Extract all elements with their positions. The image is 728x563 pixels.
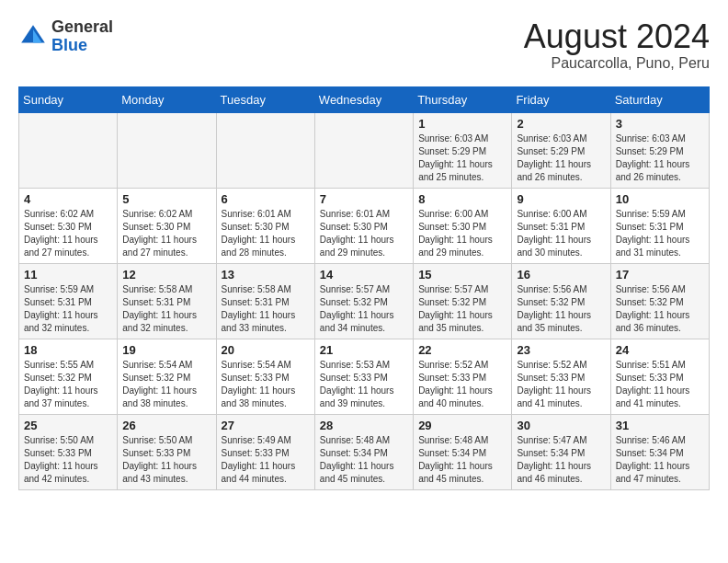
weekday-header: Tuesday: [216, 86, 314, 112]
calendar-body: 1Sunrise: 6:03 AMSunset: 5:29 PMDaylight…: [19, 112, 710, 489]
weekday-header: Friday: [512, 86, 610, 112]
day-info: Sunrise: 5:57 AMSunset: 5:32 PMDaylight:…: [418, 283, 506, 335]
day-number: 7: [320, 192, 408, 206]
day-info: Sunrise: 6:03 AMSunset: 5:29 PMDaylight:…: [616, 132, 704, 184]
day-info: Sunrise: 5:50 AMSunset: 5:33 PMDaylight:…: [24, 434, 112, 486]
calendar-cell: 30Sunrise: 5:47 AMSunset: 5:34 PMDayligh…: [512, 414, 610, 489]
calendar-cell: 23Sunrise: 5:52 AMSunset: 5:33 PMDayligh…: [512, 339, 610, 414]
day-info: Sunrise: 5:58 AMSunset: 5:31 PMDaylight:…: [222, 283, 310, 335]
day-number: 24: [616, 343, 704, 357]
weekday-header: Sunday: [19, 86, 118, 112]
day-info: Sunrise: 6:03 AMSunset: 5:29 PMDaylight:…: [418, 132, 506, 184]
calendar-week-row: 4Sunrise: 6:02 AMSunset: 5:30 PMDaylight…: [19, 188, 710, 263]
day-info: Sunrise: 5:56 AMSunset: 5:32 PMDaylight:…: [517, 283, 605, 335]
day-info: Sunrise: 5:59 AMSunset: 5:31 PMDaylight:…: [616, 208, 704, 259]
day-number: 6: [222, 192, 310, 206]
day-info: Sunrise: 5:56 AMSunset: 5:32 PMDaylight:…: [616, 283, 704, 335]
calendar-cell: 18Sunrise: 5:55 AMSunset: 5:32 PMDayligh…: [19, 339, 118, 414]
day-info: Sunrise: 5:50 AMSunset: 5:33 PMDaylight:…: [122, 434, 210, 486]
day-info: Sunrise: 5:49 AMSunset: 5:33 PMDaylight:…: [222, 434, 310, 486]
day-number: 29: [418, 419, 506, 432]
calendar-cell: [216, 112, 314, 188]
day-info: Sunrise: 6:00 AMSunset: 5:30 PMDaylight:…: [418, 208, 506, 259]
day-info: Sunrise: 5:52 AMSunset: 5:33 PMDaylight:…: [418, 359, 506, 410]
day-info: Sunrise: 5:59 AMSunset: 5:31 PMDaylight:…: [24, 283, 112, 335]
day-number: 22: [418, 343, 506, 357]
calendar-cell: 4Sunrise: 6:02 AMSunset: 5:30 PMDaylight…: [19, 188, 118, 263]
day-number: 30: [517, 419, 605, 432]
title-section: August 2024 Paucarcolla, Puno, Peru: [524, 18, 710, 72]
calendar-week-row: 11Sunrise: 5:59 AMSunset: 5:31 PMDayligh…: [19, 263, 710, 339]
calendar-week-row: 25Sunrise: 5:50 AMSunset: 5:33 PMDayligh…: [19, 414, 710, 489]
day-info: Sunrise: 5:47 AMSunset: 5:34 PMDaylight:…: [517, 434, 605, 486]
day-info: Sunrise: 5:54 AMSunset: 5:33 PMDaylight:…: [222, 359, 310, 410]
logo: General Blue: [18, 18, 113, 55]
svg-marker-1: [33, 29, 42, 42]
weekday-header: Saturday: [610, 86, 709, 112]
calendar-cell: 24Sunrise: 5:51 AMSunset: 5:33 PMDayligh…: [610, 339, 709, 414]
day-number: 21: [320, 343, 408, 357]
day-number: 5: [122, 192, 210, 206]
day-number: 23: [517, 343, 605, 357]
day-number: 16: [517, 268, 605, 282]
page-header: General Blue August 2024 Paucarcolla, Pu…: [18, 18, 710, 72]
day-number: 18: [24, 343, 112, 357]
day-number: 28: [320, 419, 408, 432]
day-info: Sunrise: 6:03 AMSunset: 5:29 PMDaylight:…: [517, 132, 605, 184]
calendar-cell: 9Sunrise: 6:00 AMSunset: 5:31 PMDaylight…: [512, 188, 610, 263]
calendar-cell: 29Sunrise: 5:48 AMSunset: 5:34 PMDayligh…: [414, 414, 512, 489]
day-info: Sunrise: 5:52 AMSunset: 5:33 PMDaylight:…: [517, 359, 605, 410]
calendar-cell: 15Sunrise: 5:57 AMSunset: 5:32 PMDayligh…: [414, 263, 512, 339]
day-number: 13: [222, 268, 310, 282]
day-number: 4: [24, 192, 112, 206]
month-year-title: August 2024: [524, 18, 710, 55]
calendar-cell: 31Sunrise: 5:46 AMSunset: 5:34 PMDayligh…: [610, 414, 709, 489]
calendar-cell: 17Sunrise: 5:56 AMSunset: 5:32 PMDayligh…: [610, 263, 709, 339]
day-info: Sunrise: 6:01 AMSunset: 5:30 PMDaylight:…: [222, 208, 310, 259]
day-info: Sunrise: 5:51 AMSunset: 5:33 PMDaylight:…: [616, 359, 704, 410]
calendar-cell: 6Sunrise: 6:01 AMSunset: 5:30 PMDaylight…: [216, 188, 314, 263]
calendar-cell: 19Sunrise: 5:54 AMSunset: 5:32 PMDayligh…: [118, 339, 216, 414]
calendar-cell: 13Sunrise: 5:58 AMSunset: 5:31 PMDayligh…: [216, 263, 314, 339]
day-info: Sunrise: 5:53 AMSunset: 5:33 PMDaylight:…: [320, 359, 408, 410]
calendar-cell: 16Sunrise: 5:56 AMSunset: 5:32 PMDayligh…: [512, 263, 610, 339]
day-number: 9: [517, 192, 605, 206]
day-info: Sunrise: 6:00 AMSunset: 5:31 PMDaylight:…: [517, 208, 605, 259]
calendar-header: SundayMondayTuesdayWednesdayThursdayFrid…: [19, 86, 710, 112]
weekday-header: Wednesday: [314, 86, 413, 112]
logo-general: General: [51, 17, 113, 36]
day-number: 8: [418, 192, 506, 206]
calendar-cell: [19, 112, 118, 188]
day-number: 11: [24, 268, 112, 282]
day-number: 14: [320, 268, 408, 282]
day-info: Sunrise: 5:48 AMSunset: 5:34 PMDaylight:…: [418, 434, 506, 486]
day-number: 1: [418, 117, 506, 131]
day-number: 2: [517, 117, 605, 131]
calendar-cell: 27Sunrise: 5:49 AMSunset: 5:33 PMDayligh…: [216, 414, 314, 489]
day-number: 3: [616, 117, 704, 131]
calendar-cell: 3Sunrise: 6:03 AMSunset: 5:29 PMDaylight…: [610, 112, 709, 188]
weekday-header: Monday: [118, 86, 216, 112]
day-number: 19: [122, 343, 210, 357]
calendar-cell: 12Sunrise: 5:58 AMSunset: 5:31 PMDayligh…: [118, 263, 216, 339]
weekday-row: SundayMondayTuesdayWednesdayThursdayFrid…: [19, 86, 710, 112]
location-subtitle: Paucarcolla, Puno, Peru: [524, 55, 710, 72]
calendar-cell: [118, 112, 216, 188]
calendar-cell: 8Sunrise: 6:00 AMSunset: 5:30 PMDaylight…: [414, 188, 512, 263]
day-info: Sunrise: 5:54 AMSunset: 5:32 PMDaylight:…: [122, 359, 210, 410]
day-info: Sunrise: 5:57 AMSunset: 5:32 PMDaylight:…: [320, 283, 408, 335]
day-number: 26: [122, 419, 210, 432]
day-info: Sunrise: 6:02 AMSunset: 5:30 PMDaylight:…: [24, 208, 112, 259]
day-number: 27: [222, 419, 310, 432]
day-info: Sunrise: 5:48 AMSunset: 5:34 PMDaylight:…: [320, 434, 408, 486]
day-number: 20: [222, 343, 310, 357]
calendar-cell: 11Sunrise: 5:59 AMSunset: 5:31 PMDayligh…: [19, 263, 118, 339]
calendar-cell: 22Sunrise: 5:52 AMSunset: 5:33 PMDayligh…: [414, 339, 512, 414]
day-info: Sunrise: 5:46 AMSunset: 5:34 PMDaylight:…: [616, 434, 704, 486]
calendar-cell: 25Sunrise: 5:50 AMSunset: 5:33 PMDayligh…: [19, 414, 118, 489]
logo-icon: [18, 22, 48, 52]
calendar-cell: 7Sunrise: 6:01 AMSunset: 5:30 PMDaylight…: [314, 188, 413, 263]
calendar-cell: 5Sunrise: 6:02 AMSunset: 5:30 PMDaylight…: [118, 188, 216, 263]
calendar-week-row: 1Sunrise: 6:03 AMSunset: 5:29 PMDaylight…: [19, 112, 710, 188]
day-info: Sunrise: 5:55 AMSunset: 5:32 PMDaylight:…: [24, 359, 112, 410]
